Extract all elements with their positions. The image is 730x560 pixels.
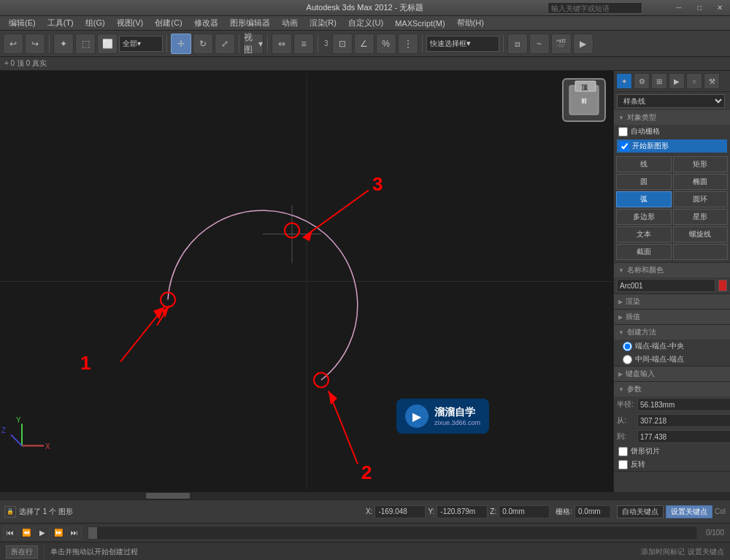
rotate-button[interactable]: ↻ (193, 34, 213, 54)
render-setup[interactable]: 🎬 (551, 34, 572, 54)
name-color-header[interactable]: ▼ 名称和颜色 (614, 263, 730, 277)
select-filter-dropdown[interactable]: 全部▾ (119, 36, 163, 52)
type-rect[interactable]: 矩形 (673, 156, 729, 172)
go-start-button[interactable]: ⏮ (3, 526, 18, 540)
close-button[interactable]: ✕ (710, 0, 730, 15)
select-object-button[interactable]: ✦ (53, 34, 74, 54)
play-button[interactable]: ▶ (35, 526, 50, 540)
curve-editor[interactable]: ~ (529, 34, 550, 54)
timeline-slider[interactable] (88, 526, 697, 540)
move-button[interactable]: ✛ (171, 34, 191, 54)
start-new-shape-row: 开始新图形 (617, 139, 727, 153)
type-text[interactable]: 文本 (616, 226, 672, 242)
center-end-end-radio[interactable] (623, 355, 632, 364)
minimize-button[interactable]: ─ (669, 0, 689, 15)
mirror-button[interactable]: ⇔ (272, 34, 292, 54)
snap-toggle[interactable]: ⊡ (332, 34, 353, 54)
angle-snap[interactable]: ∠ (354, 34, 374, 54)
type-line[interactable]: 线 (616, 156, 672, 172)
color-swatch[interactable] (718, 280, 727, 291)
radius-input[interactable] (637, 398, 730, 411)
menu-view[interactable]: 视图(V) (111, 16, 150, 30)
object-type-section: ▼ 对象类型 自动栅格 开始新图形 线 矩形 圆 椭圆 弧 圆环 多边形 星形 … (614, 110, 730, 263)
object-type-header[interactable]: ▼ 对象类型 (614, 110, 730, 125)
type-ngon[interactable]: 多边形 (616, 209, 672, 225)
menu-maxscript[interactable]: MAXScript(M) (389, 16, 450, 30)
creation-method-header[interactable]: ▼ 创建方法 (614, 325, 730, 340)
modify-panel-icon[interactable]: ⚙ (634, 73, 650, 89)
parameters-header[interactable]: ▼ 参数 (614, 382, 730, 396)
interpolation-header[interactable]: ▶ 插值 (614, 310, 730, 324)
auto-key-button[interactable]: 自动关键点 (617, 505, 664, 518)
percent-snap[interactable]: % (376, 34, 396, 54)
hierarchy-panel-icon[interactable]: ⊞ (651, 73, 667, 89)
x-coord-input[interactable] (374, 505, 426, 518)
y-label: Y: (428, 507, 434, 515)
undo-button[interactable]: ↩ (3, 34, 23, 54)
timeline-thumb[interactable] (88, 527, 97, 539)
create-panel-icon[interactable]: ✦ (616, 73, 632, 89)
z-coord-input[interactable] (499, 505, 550, 518)
motion-panel-icon[interactable]: ▶ (669, 73, 685, 89)
viewport[interactable]: 1 3 2 X Y Z (0, 71, 613, 492)
menu-tools[interactable]: 工具(T) (42, 16, 80, 30)
reverse-row: 反转 (614, 458, 730, 471)
scale-button[interactable]: ⤢ (215, 34, 235, 54)
menu-create[interactable]: 创建(C) (149, 16, 188, 30)
menu-animation[interactable]: 动画 (276, 16, 304, 30)
type-star[interactable]: 星形 (673, 209, 729, 225)
object-name-input[interactable] (617, 279, 715, 292)
align-button[interactable]: ≡ (293, 34, 314, 54)
type-donut[interactable]: 圆环 (673, 191, 729, 207)
menu-render[interactable]: 渲染(R) (304, 16, 342, 30)
go-end-button[interactable]: ⏭ (67, 526, 82, 540)
coord-section: X: Y: Z: (366, 505, 550, 518)
reverse-checkbox[interactable] (618, 460, 628, 469)
spline-dropdown[interactable]: 样条线 (617, 94, 725, 108)
start-new-shape-checkbox[interactable] (620, 142, 629, 151)
end-end-center-radio[interactable] (623, 342, 632, 351)
menu-graph-editor[interactable]: 图形编辑器 (224, 16, 276, 30)
y-coord-input[interactable] (437, 505, 488, 518)
menu-customize[interactable]: 自定义(U) (342, 16, 389, 30)
maximize-button[interactable]: □ (689, 0, 710, 15)
svg-marker-17 (162, 306, 169, 318)
type-helix[interactable]: 螺旋线 (673, 226, 729, 242)
reference-coord-dropdown[interactable]: 视图▾ (243, 34, 264, 54)
keyboard-input-header[interactable]: ▶ 键盘输入 (614, 367, 730, 381)
named-selection-dropdown[interactable]: 快速选择框▾ (426, 36, 499, 52)
pie-slice-checkbox[interactable] (618, 447, 628, 456)
type-circle[interactable]: 圆 (616, 174, 672, 190)
type-section[interactable]: 截面 (616, 244, 672, 260)
h-scroll-thumb[interactable] (146, 493, 190, 499)
redo-button[interactable]: ↪ (25, 34, 45, 54)
set-key-button[interactable]: 设置关键点 (666, 505, 712, 518)
type-ellipse[interactable]: 椭圆 (673, 174, 729, 190)
lock-button[interactable]: 🔒 (4, 506, 16, 518)
h-scrollbar[interactable] (0, 492, 730, 499)
auto-grid-checkbox[interactable] (618, 127, 628, 137)
layer-manager[interactable]: ⧈ (507, 34, 528, 54)
from-input[interactable] (637, 414, 730, 427)
spinner-snap[interactable]: ⋮ (398, 34, 418, 54)
display-panel-icon[interactable]: ○ (686, 73, 702, 89)
type-arc[interactable]: 弧 (616, 191, 672, 207)
menu-group[interactable]: 组(G) (80, 16, 111, 30)
menu-help[interactable]: 帮助(H) (451, 16, 490, 30)
search-input[interactable] (548, 2, 642, 14)
next-frame-button[interactable]: ⏩ (51, 526, 66, 540)
menu-edit[interactable]: 编辑(E) (3, 16, 42, 30)
watermark-icon: ▶ (405, 404, 429, 428)
prev-frame-button[interactable]: ⏪ (19, 526, 34, 540)
all-in-row-button[interactable]: 所在行 (6, 545, 38, 559)
render-header[interactable]: ▶ 渲染 (614, 294, 730, 309)
to-input[interactable] (637, 430, 730, 443)
render-button[interactable]: ▶ (573, 34, 593, 54)
menu-modifier[interactable]: 修改器 (188, 16, 224, 30)
svg-text:3: 3 (372, 173, 383, 195)
select-by-name-button[interactable]: ⬚ (75, 34, 96, 54)
utility-panel-icon[interactable]: ⚒ (704, 73, 720, 89)
select-region-button[interactable]: ⬜ (97, 34, 118, 54)
grid-input[interactable] (575, 505, 611, 518)
nav-cube[interactable]: 顶 前 (562, 78, 606, 122)
